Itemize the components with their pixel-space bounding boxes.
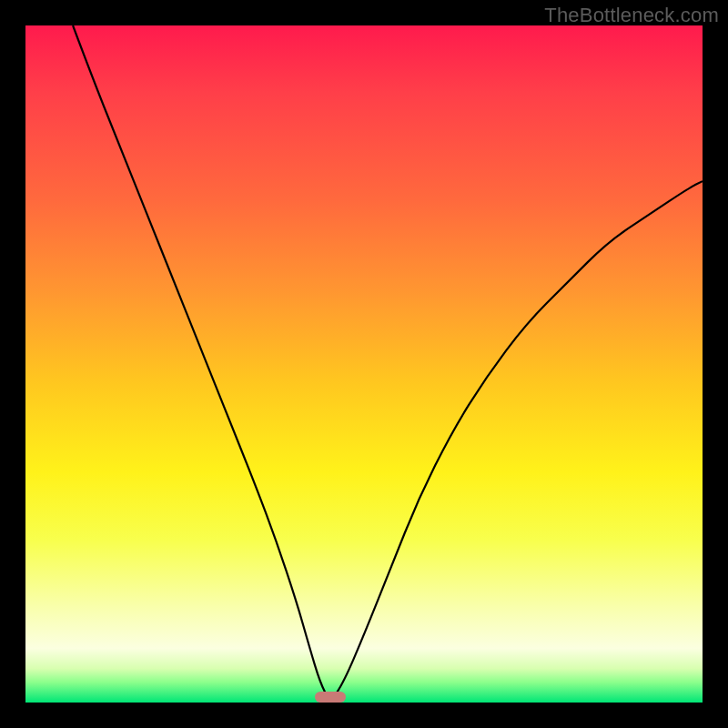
- watermark-text: TheBottleneck.com: [544, 4, 719, 27]
- curve-path: [73, 25, 703, 697]
- bottleneck-curve: [25, 25, 703, 703]
- plot-area: [25, 25, 703, 703]
- optimal-marker: [315, 692, 345, 703]
- chart-frame: TheBottleneck.com: [0, 0, 728, 728]
